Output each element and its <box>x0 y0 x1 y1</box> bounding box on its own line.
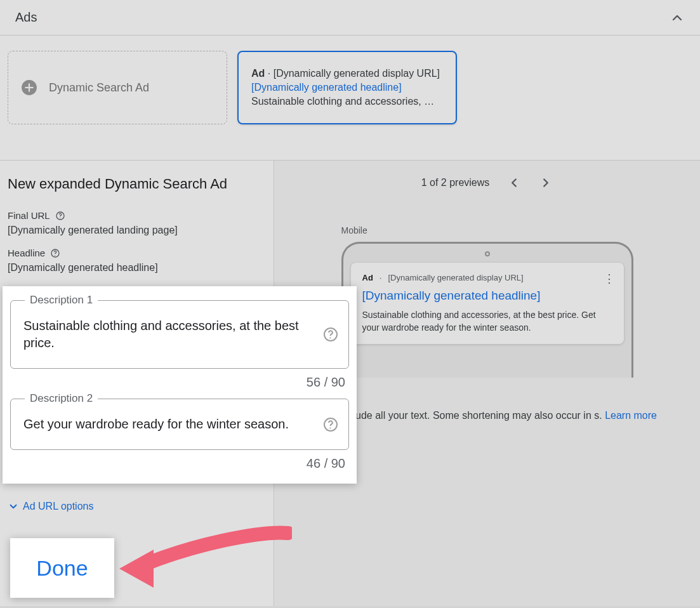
ad-card-desc: Sustainable clothing and accessories, … <box>251 96 443 107</box>
editor-title: New expanded Dynamic Search Ad <box>8 176 266 192</box>
headline-value: [Dynamically generated headline] <box>8 262 266 274</box>
ad-badge: Ad <box>251 68 265 79</box>
svg-point-4 <box>60 217 60 218</box>
add-dsa-card[interactable]: Dynamic Search Ad <box>8 51 227 124</box>
description1-label: Description 1 <box>25 293 98 308</box>
mobile-label: Mobile <box>341 225 633 235</box>
mobile-ad-badge: Ad <box>362 273 373 282</box>
description1-count: 56 / 90 <box>10 375 345 390</box>
section-title: Ads <box>15 10 37 25</box>
svg-point-10 <box>329 427 331 428</box>
description2-count: 46 / 90 <box>10 456 345 471</box>
mobile-ad-desc: Sustainable clothing and accessories, at… <box>362 309 612 334</box>
final-url-value: [Dynamically generated landing page] <box>8 225 266 236</box>
mobile-ad-card: Ad · [Dynamically generated display URL]… <box>351 263 624 344</box>
mobile-frame: Ad · [Dynamically generated display URL]… <box>341 242 633 378</box>
ad-url-options-label: Ad URL options <box>23 501 93 512</box>
preview-counter: 1 of 2 previews <box>421 177 490 188</box>
description1-field[interactable]: Description 1 Sustainable clothing and a… <box>10 300 349 369</box>
ad-url-options-toggle[interactable]: Ad URL options <box>8 501 93 512</box>
help-icon[interactable] <box>55 211 65 221</box>
mobile-ad-url: [Dynamically generated display URL] <box>388 273 523 282</box>
prev-arrow-icon[interactable] <box>507 176 521 190</box>
svg-point-6 <box>55 254 55 255</box>
next-arrow-icon[interactable] <box>539 176 553 190</box>
add-dsa-label: Dynamic Search Ad <box>49 81 149 95</box>
mobile-ad-dot: · <box>380 273 382 282</box>
plus-circle-icon <box>21 79 37 96</box>
learn-more-link[interactable]: Learn more <box>605 410 657 421</box>
chevron-up-icon[interactable] <box>670 10 685 25</box>
ad-card-head: Ad · [Dynamically generated display URL] <box>251 68 440 79</box>
done-label: Done <box>36 556 88 581</box>
more-vert-icon[interactable]: ⋮ <box>604 272 615 286</box>
help-icon[interactable] <box>323 417 338 432</box>
preview-nav: 1 of 2 previews <box>289 176 685 190</box>
help-icon[interactable] <box>50 248 60 258</box>
headline-block: Headline [Dynamically generated headline… <box>8 248 266 274</box>
svg-rect-2 <box>25 87 34 88</box>
section-header[interactable]: Ads <box>0 0 700 36</box>
ad-dot: · <box>268 68 270 79</box>
mobile-ad-headline: [Dynamically generated headline] <box>362 289 612 303</box>
final-url-label: Final URL <box>8 210 65 221</box>
final-url-block: Final URL [Dynamically generated landing… <box>8 210 266 236</box>
done-button[interactable]: Done <box>10 538 114 598</box>
description2-input[interactable]: Get your wardrobe ready for the winter s… <box>23 417 289 431</box>
description2-label: Description 2 <box>25 392 98 406</box>
svg-point-8 <box>329 337 331 338</box>
ad-cards-row: Dynamic Search Ad Ad · [Dynamically gene… <box>0 36 700 161</box>
headline-label: Headline <box>8 248 60 258</box>
mobile-preview: Mobile Ad · [Dynamically generated displ… <box>341 225 633 378</box>
ad-display-url: [Dynamically generated display URL] <box>274 68 440 79</box>
description1-input[interactable]: Sustainable clothing and accessories, at… <box>23 319 299 350</box>
description2-field[interactable]: Description 2 Get your wardrobe ready fo… <box>10 399 349 450</box>
ad-preview-card[interactable]: Ad · [Dynamically generated display URL]… <box>237 51 457 124</box>
mobile-speaker-icon <box>485 251 490 256</box>
descriptions-popover: Description 1 Sustainable clothing and a… <box>3 286 357 484</box>
ad-card-headline: [Dynamically generated headline] <box>251 82 402 93</box>
chevron-down-icon <box>8 501 19 512</box>
help-icon[interactable] <box>323 327 338 342</box>
